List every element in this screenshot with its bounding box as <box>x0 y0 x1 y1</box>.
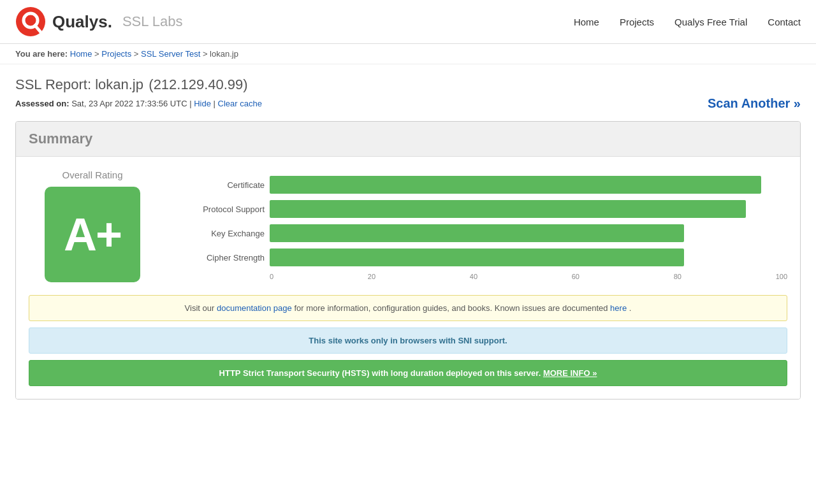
logo-sub: SSL Labs <box>122 13 183 30</box>
summary-box: Summary Overall Rating A+ Certificate <box>15 121 801 400</box>
axis-80: 80 <box>674 273 681 280</box>
assessed-row: Assessed on: Sat, 23 Apr 2022 17:33:56 U… <box>15 96 801 111</box>
breadcrumb: You are here: Home > Projects > SSL Serv… <box>0 44 816 64</box>
banner-doc-text-middle: for more information, configuration guid… <box>294 303 610 313</box>
chart-bar-protocol <box>270 200 746 218</box>
grade-box: A+ <box>45 187 140 282</box>
rating-section: Overall Rating A+ <box>29 169 156 282</box>
logo-area: Qualys. SSL Labs <box>15 6 183 37</box>
chart-bar-container-protocol <box>270 200 787 218</box>
main-content: SSL Report: lokan.jp (212.129.40.99) Ass… <box>0 64 816 407</box>
scan-another-button[interactable]: Scan Another » <box>708 96 801 111</box>
nav-contact[interactable]: Contact <box>768 17 801 27</box>
chart-section: Certificate Protocol Support Key Exchang… <box>182 169 787 280</box>
chart-row-protocol: Protocol Support <box>182 200 787 218</box>
rating-chart-row: Overall Rating A+ Certificate Protocol S… <box>29 169 787 282</box>
nav-free-trial[interactable]: Qualys Free Trial <box>674 17 747 27</box>
banner-doc-text-after: . <box>629 303 632 313</box>
chart-bar-cipher <box>270 248 684 266</box>
chart-label-certificate: Certificate <box>182 180 265 190</box>
chart-row-certificate: Certificate <box>182 176 787 194</box>
axis-20: 20 <box>368 273 375 280</box>
hsts-text-before: HTTP Strict Transport Security (HSTS) wi… <box>219 368 543 378</box>
hsts-more-info-link[interactable]: MORE INFO » <box>543 368 597 378</box>
breadcrumb-home[interactable]: Home <box>70 49 92 59</box>
assessed-label: Assessed on: <box>15 99 69 108</box>
breadcrumb-prefix: You are here: <box>15 49 68 59</box>
axis-0: 0 <box>270 273 273 280</box>
axis-40: 40 <box>470 273 477 280</box>
chart-bar-container-keyexchange <box>270 224 787 242</box>
breadcrumb-ssl-server-test[interactable]: SSL Server Test <box>141 49 200 59</box>
main-nav: Home Projects Qualys Free Trial Contact <box>574 17 801 27</box>
summary-body: Overall Rating A+ Certificate Protocol S… <box>16 157 800 399</box>
header: Qualys. SSL Labs Home Projects Qualys Fr… <box>0 0 816 44</box>
chart-bar-certificate <box>270 176 761 194</box>
chart-row-keyexchange: Key Exchange <box>182 224 787 242</box>
axis-100: 100 <box>776 273 787 280</box>
chart-axis-labels: 0 20 40 60 80 100 <box>270 273 787 280</box>
documentation-page-link[interactable]: documentation page <box>217 303 292 313</box>
assessed-text: Assessed on: Sat, 23 Apr 2022 17:33:56 U… <box>15 99 262 108</box>
page-title-ip: (212.129.40.99) <box>149 76 247 92</box>
nav-projects[interactable]: Projects <box>620 17 654 27</box>
summary-header: Summary <box>16 122 800 157</box>
assessed-value: Sat, 23 Apr 2022 17:33:56 UTC <box>71 99 187 108</box>
logo-brand: Qualys. <box>52 12 112 32</box>
chart-label-cipher: Cipher Strength <box>182 253 265 263</box>
sni-text: This site works only in browsers with SN… <box>309 336 507 345</box>
chart-axis: 0 20 40 60 80 100 <box>182 273 787 280</box>
banner-sni: This site works only in browsers with SN… <box>29 328 787 354</box>
axis-60: 60 <box>572 273 579 280</box>
chart-bar-keyexchange <box>270 224 684 242</box>
chart-row-cipher: Cipher Strength <box>182 248 787 266</box>
chart-bar-container-certificate <box>270 176 787 194</box>
chart-bar-container-cipher <box>270 248 787 266</box>
banner-doc-text-before: Visit our <box>185 303 217 313</box>
nav-home[interactable]: Home <box>574 17 599 27</box>
chart-label-keyexchange: Key Exchange <box>182 229 265 238</box>
clear-cache-link[interactable]: Clear cache <box>218 99 262 108</box>
page-title: SSL Report: lokan.jp (212.129.40.99) <box>15 72 801 94</box>
banner-documentation: Visit our documentation page for more in… <box>29 295 787 321</box>
hide-link[interactable]: Hide <box>194 99 211 108</box>
breadcrumb-current: lokan.jp <box>210 49 238 59</box>
breadcrumb-projects[interactable]: Projects <box>101 49 131 59</box>
known-issues-link[interactable]: here <box>610 303 627 313</box>
banner-hsts: HTTP Strict Transport Security (HSTS) wi… <box>29 360 787 386</box>
overall-rating-label: Overall Rating <box>62 169 122 180</box>
page-title-text: SSL Report: lokan.jp <box>15 76 143 92</box>
chart-label-protocol: Protocol Support <box>182 205 265 214</box>
qualys-logo-icon <box>15 6 46 37</box>
